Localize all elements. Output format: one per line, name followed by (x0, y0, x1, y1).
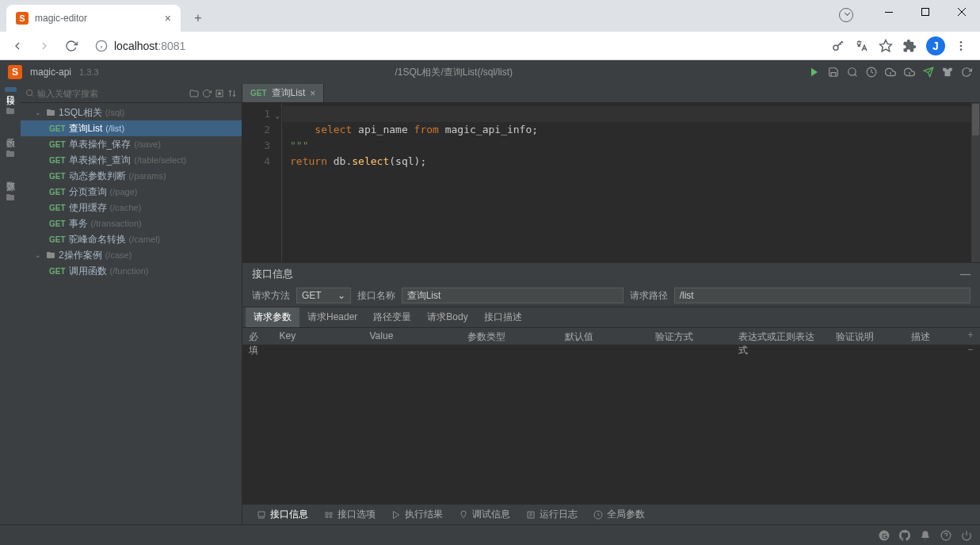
tab-close-icon[interactable]: × (310, 88, 315, 99)
rail-api-tab[interactable]: 接口 (5, 87, 17, 92)
status-tab[interactable]: 执行结果 (385, 505, 449, 524)
browser-menu-icon[interactable] (955, 40, 967, 52)
fold-icon[interactable]: ⌄ (276, 108, 280, 124)
window-close-button[interactable] (944, 0, 980, 24)
tab-close-icon[interactable]: × (165, 12, 171, 25)
code-editor[interactable]: ⌄1234 var sql = """ select api_name from… (242, 103, 980, 262)
rail-function-tab[interactable]: 函数 (5, 130, 17, 135)
locate-icon[interactable] (215, 89, 224, 98)
search-button[interactable] (847, 67, 858, 78)
status-tab[interactable]: 调试信息 (452, 505, 517, 524)
panel-minimize-icon[interactable]: — (960, 268, 970, 280)
cloud-upload-button[interactable] (885, 67, 896, 78)
new-folder-icon[interactable] (189, 89, 199, 98)
status-tab-label: 调试信息 (472, 508, 510, 521)
method-value: GET (302, 290, 322, 301)
bookmark-star-icon[interactable] (879, 39, 893, 53)
column-header: 验证说明 (829, 328, 905, 345)
window-maximize-button[interactable] (907, 0, 944, 24)
refresh-tree-icon[interactable] (202, 89, 212, 98)
skin-button[interactable] (942, 67, 953, 78)
chevron-down-icon: ⌄ (35, 251, 43, 259)
param-tab[interactable]: 请求参数 (246, 307, 299, 327)
tree-folder[interactable]: ⌄1SQL相关(/sql) (21, 105, 242, 120)
tree-api-item[interactable]: GET 事务(/transaction) (21, 215, 242, 231)
tree-api-item[interactable]: GET 查询List(/list) (21, 120, 242, 136)
svg-rect-2 (885, 12, 893, 13)
key-icon[interactable] (831, 39, 845, 53)
save-button[interactable] (828, 67, 839, 78)
tree-api-item[interactable]: GET 动态参数判断(/params) (21, 168, 242, 184)
forward-button[interactable] (33, 35, 55, 57)
param-tab[interactable]: 请求Body (419, 307, 475, 327)
tree-api-item[interactable]: GET 单表操作_保存(/save) (21, 136, 242, 152)
scrollbar-thumb[interactable] (972, 104, 979, 135)
remove-row-icon[interactable]: － (966, 343, 975, 356)
param-tab[interactable]: 接口描述 (476, 307, 530, 327)
cloud-download-button[interactable] (904, 67, 915, 78)
path-label: 请求路径 (630, 289, 668, 303)
folder-icon (46, 108, 55, 117)
status-tab[interactable]: 接口信息 (250, 505, 315, 524)
reload-button[interactable] (60, 35, 82, 57)
code-content[interactable]: var sql = """ select api_name from magic… (282, 103, 980, 262)
power-icon[interactable] (961, 530, 972, 541)
status-tab[interactable]: 运行日志 (520, 505, 584, 524)
tree-api-item[interactable]: GET 单表操作_查询(/table/select) (21, 152, 242, 168)
run-button[interactable] (809, 67, 820, 78)
search-icon (25, 89, 34, 97)
tree-api-item[interactable]: GET 分页查询(/page) (21, 184, 242, 200)
name-label: 接口名称 (357, 289, 395, 303)
status-tab[interactable]: 接口选项 (318, 505, 382, 524)
site-info-icon[interactable] (95, 40, 108, 52)
param-table-body[interactable] (242, 345, 980, 504)
send-button[interactable] (923, 67, 934, 78)
param-tab[interactable]: 路径变量 (365, 307, 419, 327)
help-icon[interactable] (940, 530, 951, 541)
tree-folder[interactable]: ⌄2操作案例(/case) (21, 247, 242, 263)
vertical-scrollbar[interactable] (971, 103, 980, 262)
browser-toolbar: localhost:8081 J (0, 32, 980, 60)
column-header: 必填 (242, 328, 273, 345)
method-label: 请求方法 (252, 289, 290, 303)
account-indicator-icon[interactable] (839, 8, 853, 22)
status-tab[interactable]: 全局参数 (587, 505, 651, 524)
new-tab-button[interactable]: + (187, 7, 209, 29)
app-header: S magic-api 1.3.3 /1SQL相关/查询List(/sql/li… (0, 60, 980, 84)
status-tab-icon (391, 510, 401, 520)
add-row-icon[interactable]: ＋ (966, 328, 975, 341)
window-minimize-button[interactable] (871, 0, 907, 24)
param-tab[interactable]: 请求Header (299, 307, 365, 327)
refresh-button[interactable] (961, 67, 972, 78)
node-label: 事务 (69, 217, 88, 231)
svg-point-9 (960, 41, 963, 44)
search-input[interactable] (37, 89, 186, 98)
rail-datasource-tab[interactable]: 数据源 (5, 173, 17, 178)
extensions-icon[interactable] (902, 39, 917, 53)
method-badge: GET (49, 188, 66, 196)
method-select[interactable]: GET ⌄ (296, 288, 351, 303)
history-button[interactable] (866, 67, 877, 78)
node-label: 动态参数判断 (69, 170, 126, 183)
notification-icon[interactable] (920, 530, 931, 541)
method-badge: GET (49, 204, 66, 212)
address-bar[interactable]: localhost:8081 (87, 35, 826, 57)
back-button[interactable] (6, 35, 29, 57)
node-path: (/params) (129, 171, 166, 181)
browser-tab[interactable]: S magic-editor × (6, 5, 181, 32)
api-path-input[interactable] (674, 288, 970, 303)
translate-icon[interactable] (855, 39, 869, 53)
editor-tab[interactable]: GET 查询List × (242, 84, 324, 102)
api-name-input[interactable] (402, 288, 623, 303)
profile-avatar[interactable]: J (926, 36, 945, 55)
svg-point-10 (960, 44, 963, 47)
sort-icon[interactable] (227, 89, 237, 98)
node-path: (/save) (134, 139, 161, 149)
github-icon[interactable] (899, 530, 910, 541)
tree-api-item[interactable]: GET 驼峰命名转换(/camel) (21, 231, 242, 247)
tree-api-item[interactable]: GET 使用缓存(/cache) (21, 200, 242, 215)
tab-method: GET (250, 89, 267, 97)
tree-api-item[interactable]: GET 调用函数(/function) (21, 263, 242, 279)
method-badge: GET (49, 156, 66, 165)
gitee-icon[interactable] (879, 530, 890, 541)
